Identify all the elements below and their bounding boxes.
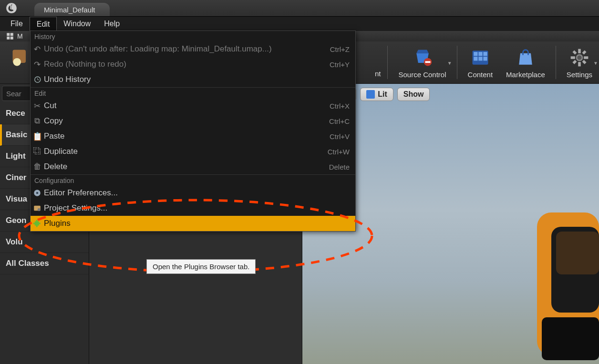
edit-menu-section-configuration: Configuration	[31, 174, 355, 185]
menu-redo-shortcut: Ctrl+Y	[330, 61, 350, 69]
history-icon	[32, 75, 42, 84]
svg-rect-8	[474, 57, 477, 61]
menubar: File Edit Window Help	[0, 16, 599, 31]
menu-project-settings-label: Project Settings...	[44, 203, 107, 213]
copy-icon: ⧉	[32, 116, 42, 126]
content-grid-icon	[469, 47, 491, 69]
menu-undo-history[interactable]: Undo History	[31, 72, 355, 87]
toolbar-content[interactable]: Content	[461, 41, 500, 83]
svg-rect-5	[474, 52, 477, 56]
menu-undo[interactable]: ↶ Undo (Can't undo after: Loading map: M…	[31, 41, 355, 57]
svg-rect-19	[572, 60, 577, 64]
menu-edit[interactable]: Edit	[30, 17, 57, 31]
svg-rect-35	[542, 317, 599, 360]
svg-rect-12	[578, 49, 581, 53]
menu-plugins-label: Plugins	[44, 219, 71, 228]
svg-rect-7	[483, 52, 487, 56]
trash-icon: 🗑	[32, 162, 42, 172]
svg-rect-16	[572, 50, 577, 54]
svg-rect-3	[425, 61, 430, 63]
svg-rect-10	[483, 57, 487, 61]
source-control-icon	[412, 47, 434, 69]
toolbar-separator	[387, 46, 388, 79]
viewport-lit-button[interactable]: Lit	[360, 88, 393, 101]
menu-project-settings[interactable]: Project Settings...	[31, 201, 355, 216]
menu-paste-shortcut: Ctrl+V	[330, 132, 350, 141]
menu-copy-shortcut: Ctrl+C	[329, 117, 350, 125]
chevron-down-icon: ▼	[593, 61, 598, 66]
menu-file[interactable]: File	[4, 17, 30, 31]
window-tab[interactable]: Minimal_Default	[34, 3, 110, 16]
menu-cut-shortcut: Ctrl+X	[330, 102, 350, 110]
menu-copy[interactable]: ⧉ Copy Ctrl+C	[31, 113, 355, 129]
svg-rect-17	[582, 60, 586, 64]
menu-copy-label: Copy	[44, 116, 63, 126]
edit-menu-section-edit: Edit	[31, 87, 355, 98]
toolbar-settings-label: Settings	[567, 71, 592, 79]
menu-duplicate[interactable]: ⿻ Duplicate Ctrl+W	[31, 144, 355, 159]
marketplace-bag-icon	[515, 47, 537, 69]
redo-arrow-icon: ↷	[32, 60, 42, 69]
window-tab-title: Minimal_Default	[44, 6, 95, 14]
svg-rect-9	[478, 57, 482, 61]
menu-duplicate-label: Duplicate	[44, 147, 78, 156]
modes-icon	[6, 32, 14, 40]
search-placeholder: Sear	[6, 90, 21, 98]
gear-icon	[568, 47, 590, 69]
toolbar-source-control-label: Source Control	[398, 71, 446, 79]
tooltip-text: Open the Plugins Browser tab.	[153, 263, 249, 271]
toolbar-separator	[457, 46, 457, 79]
unreal-logo-icon	[3, 0, 20, 16]
window-tabstrip: Minimal_Default	[0, 0, 599, 16]
svg-point-1	[13, 58, 21, 66]
category-volumes[interactable]: Volu	[0, 232, 89, 253]
viewport-show-button[interactable]: Show	[397, 88, 430, 101]
svg-point-39	[38, 208, 41, 211]
menu-paste[interactable]: 📋 Paste Ctrl+V	[31, 129, 355, 144]
viewport-show-label: Show	[403, 90, 424, 99]
edit-menu-section-history: History	[31, 31, 355, 41]
clipboard-icon: 📋	[32, 131, 42, 141]
category-all-classes[interactable]: All Classes	[0, 253, 89, 274]
svg-rect-18	[582, 50, 586, 54]
menu-help[interactable]: Help	[97, 17, 126, 31]
menu-plugins[interactable]: Plugins	[31, 216, 355, 231]
menu-delete[interactable]: 🗑 Delete Delete	[31, 159, 355, 174]
menu-redo[interactable]: ↷ Redo (Nothing to redo) Ctrl+Y	[31, 57, 355, 72]
menu-editor-preferences-label: Editor Preferences...	[44, 188, 118, 198]
plugin-icon	[32, 219, 42, 228]
menu-window[interactable]: Window	[57, 17, 97, 31]
svg-point-37	[36, 192, 39, 194]
svg-rect-6	[478, 52, 482, 56]
menu-cut[interactable]: ✂ Cut Ctrl+X	[31, 98, 355, 113]
toolbar-settings[interactable]: Settings ▼	[560, 41, 599, 83]
scissors-icon: ✂	[32, 101, 42, 111]
edit-menu-dropdown: History ↶ Undo (Can't undo after: Loadin…	[30, 30, 356, 232]
menu-undo-history-label: Undo History	[44, 75, 91, 84]
undo-arrow-icon: ↶	[32, 44, 42, 54]
modes-label-fragment: M	[17, 32, 23, 40]
menu-delete-shortcut: Delete	[329, 163, 350, 171]
chevron-down-icon: ▼	[447, 61, 452, 66]
svg-point-20	[577, 55, 581, 60]
menu-editor-preferences[interactable]: Editor Preferences...	[31, 185, 355, 201]
toolbar-separator	[556, 46, 556, 79]
svg-rect-14	[571, 56, 575, 59]
menu-undo-label: Undo (Can't undo after: Loading map: Min…	[44, 44, 272, 54]
menu-cut-label: Cut	[44, 101, 56, 111]
toolbar-source-control[interactable]: Source Control ▼	[392, 41, 453, 83]
tooltip: Open the Plugins Browser tab.	[146, 259, 256, 274]
toolbar-label-truncated: nt	[375, 70, 381, 83]
menu-delete-label: Delete	[44, 162, 67, 172]
menu-duplicate-shortcut: Ctrl+W	[328, 148, 350, 156]
toolbar-marketplace[interactable]: Marketplace	[499, 41, 552, 83]
preferences-icon	[32, 188, 42, 198]
lightbulb-box-icon	[10, 47, 31, 69]
svg-rect-15	[584, 56, 588, 59]
viewport-scene-object	[480, 193, 599, 364]
menu-undo-shortcut: Ctrl+Z	[330, 45, 350, 53]
svg-rect-34	[556, 232, 599, 274]
project-settings-icon	[32, 203, 42, 213]
svg-rect-13	[578, 62, 581, 66]
menu-paste-label: Paste	[44, 131, 64, 141]
